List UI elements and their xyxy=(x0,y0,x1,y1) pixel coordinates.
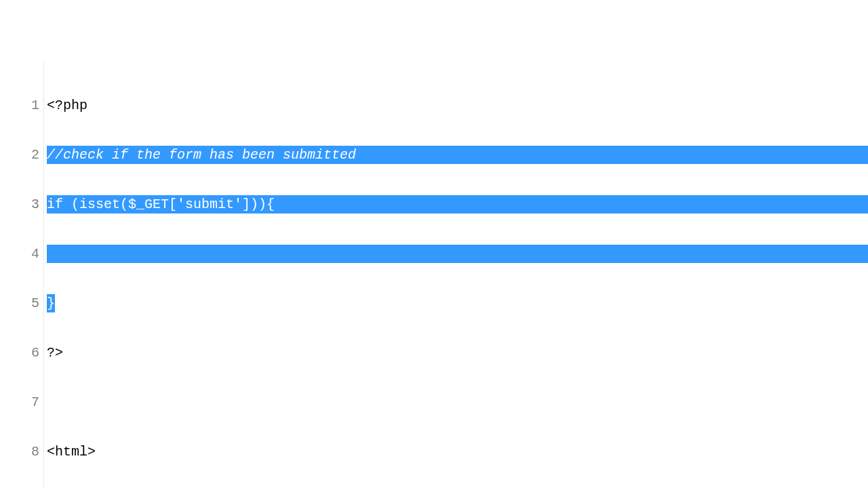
line-number: 2 xyxy=(7,146,39,164)
code-line[interactable]: } xyxy=(47,294,868,312)
code-line-selected[interactable]: if (isset($_GET['submit'])){ xyxy=(47,195,868,214)
code-line[interactable]: <?php xyxy=(47,96,868,115)
code-line[interactable] xyxy=(47,393,868,411)
line-number: 6 xyxy=(7,344,39,362)
code-line-selected[interactable]: //check if the form has been submitted xyxy=(47,146,868,164)
code-editor[interactable]: 1 2 3 4 5 6 7 8 9 10 11 12 13 14 15 16 1… xyxy=(0,62,868,488)
line-number: 8 xyxy=(7,443,39,461)
code-line-selected[interactable] xyxy=(47,245,868,263)
selection-end: } xyxy=(47,294,55,312)
line-number: 7 xyxy=(7,393,39,411)
line-number: 5 xyxy=(7,294,39,312)
code-area[interactable]: <?php //check if the form has been submi… xyxy=(44,62,868,488)
line-number: 1 xyxy=(7,96,39,115)
code-line[interactable]: <html> xyxy=(47,443,868,461)
line-number-gutter: 1 2 3 4 5 6 7 8 9 10 11 12 13 14 15 16 1… xyxy=(0,62,44,488)
line-number: 3 xyxy=(7,195,39,214)
comment-text: //check if the form has been submitted xyxy=(47,147,356,163)
line-number: 4 xyxy=(7,245,39,263)
code-line[interactable]: ?> xyxy=(47,344,868,362)
